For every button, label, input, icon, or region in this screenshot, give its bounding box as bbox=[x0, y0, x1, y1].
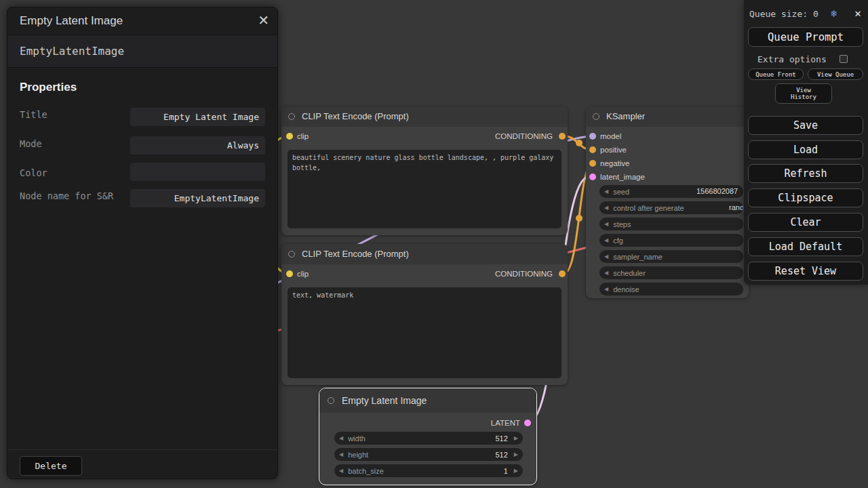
node-type-row: EmptyLatentImage bbox=[7, 35, 277, 68]
save-button[interactable]: Save bbox=[748, 116, 863, 135]
node-clip-text-encode-1[interactable]: CLIP Text Encode (Prompt) clip CONDITION… bbox=[281, 106, 568, 235]
widget-label: height bbox=[348, 451, 495, 459]
widget-label: denoise bbox=[613, 285, 639, 293]
color-field-input[interactable] bbox=[130, 163, 265, 181]
decrement-arrow-icon[interactable]: ◀ bbox=[604, 250, 608, 263]
title-field-input[interactable]: Empty Latent Image bbox=[130, 108, 265, 126]
comfy-menu: Queue size: 0 ❄ ✕ Queue Prompt Extra opt… bbox=[744, 0, 868, 285]
collapse-dot-icon[interactable] bbox=[288, 113, 295, 120]
node-properties-dialog: Empty Latent Image ✕ EmptyLatentImage Pr… bbox=[7, 7, 278, 479]
width-widget[interactable]: ◀ width 512 ▶ bbox=[334, 432, 523, 445]
widget-value: 512 bbox=[495, 434, 507, 443]
increment-arrow-icon[interactable]: ▶ bbox=[514, 448, 518, 461]
clip-input-port[interactable] bbox=[286, 133, 293, 140]
snowflake-icon[interactable]: ❄ bbox=[831, 7, 837, 20]
clip-input-label: clip bbox=[297, 268, 309, 279]
clip-input-port[interactable] bbox=[286, 270, 293, 277]
node-title: KSampler bbox=[606, 106, 645, 127]
load-button[interactable]: Load bbox=[748, 140, 863, 159]
decrement-arrow-icon[interactable]: ◀ bbox=[604, 218, 608, 230]
collapse-dot-icon[interactable] bbox=[328, 397, 334, 404]
widget-value: 512 bbox=[495, 451, 507, 459]
latent-image-input-port[interactable] bbox=[589, 174, 596, 180]
positive-input-label: positive bbox=[600, 144, 627, 155]
view-history-button[interactable]: View History bbox=[775, 83, 832, 104]
steps-widget[interactable]: ◀ steps bbox=[599, 218, 743, 230]
title-field-label: Title bbox=[20, 109, 47, 121]
height-widget[interactable]: ◀ height 512 ▶ bbox=[334, 448, 523, 461]
node-type-label: EmptyLatentImage bbox=[20, 35, 124, 67]
widget-value: 1566802087 bbox=[696, 185, 738, 198]
refresh-button[interactable]: Refresh bbox=[748, 164, 863, 183]
node-title: Empty Latent Image bbox=[342, 388, 427, 413]
decrement-arrow-icon[interactable]: ◀ bbox=[339, 432, 343, 445]
view-queue-button[interactable]: View Queue bbox=[808, 68, 863, 80]
decrement-arrow-icon[interactable]: ◀ bbox=[604, 201, 608, 214]
batch-size-widget[interactable]: ◀ batch_size 1 ▶ bbox=[334, 464, 523, 477]
close-menu-icon[interactable]: ✕ bbox=[854, 7, 861, 20]
decrement-arrow-icon[interactable]: ◀ bbox=[339, 464, 343, 477]
widget-label: sampler_name bbox=[613, 253, 663, 261]
prompt-textarea[interactable]: text, watermark bbox=[288, 287, 561, 378]
model-input-label: model bbox=[600, 131, 621, 142]
node-header[interactable]: CLIP Text Encode (Prompt) bbox=[281, 106, 568, 127]
node-ksampler[interactable]: KSampler model positive negative latent_… bbox=[586, 106, 749, 298]
node-header[interactable]: CLIP Text Encode (Prompt) bbox=[281, 244, 568, 264]
decrement-arrow-icon[interactable]: ◀ bbox=[604, 234, 608, 247]
collapse-dot-icon[interactable] bbox=[593, 113, 599, 120]
extra-options-label: Extra options bbox=[757, 54, 827, 64]
prompt-textarea[interactable]: beautiful scenery nature glass bottle la… bbox=[288, 150, 561, 228]
decrement-arrow-icon[interactable]: ◀ bbox=[604, 283, 608, 296]
control-after-generate-widget[interactable]: ◀ control after generate randomize bbox=[599, 201, 743, 214]
delete-button[interactable]: Delete bbox=[20, 456, 82, 476]
queue-size-label: Queue size: 0 bbox=[749, 9, 818, 19]
link-midpoint-dot bbox=[576, 215, 583, 222]
increment-arrow-icon[interactable]: ▶ bbox=[514, 464, 518, 477]
mode-field-label: Mode bbox=[20, 138, 42, 150]
latent-output-port[interactable] bbox=[524, 420, 531, 426]
color-field-label: Color bbox=[20, 167, 47, 179]
mode-field-input[interactable]: Always bbox=[130, 136, 265, 155]
load-default-button[interactable]: Load Default bbox=[748, 237, 863, 256]
node-title: CLIP Text Encode (Prompt) bbox=[302, 244, 409, 264]
model-input-port[interactable] bbox=[589, 133, 596, 140]
seed-widget[interactable]: ◀ seed 1566802087 bbox=[599, 185, 743, 198]
queue-prompt-button[interactable]: Queue Prompt bbox=[748, 27, 863, 47]
decrement-arrow-icon[interactable]: ◀ bbox=[604, 185, 608, 198]
widget-label: control after generate bbox=[613, 204, 684, 212]
latent-output-label: LATENT bbox=[491, 418, 520, 428]
collapse-dot-icon[interactable] bbox=[288, 251, 295, 258]
positive-input-port[interactable] bbox=[589, 146, 596, 153]
close-dialog-icon[interactable]: ✕ bbox=[258, 12, 269, 28]
sampler-name-widget[interactable]: ◀ sampler_name bbox=[599, 250, 743, 263]
link-midpoint-dot bbox=[576, 140, 583, 146]
clipspace-button[interactable]: Clipspace bbox=[748, 188, 863, 207]
node-clip-text-encode-2[interactable]: CLIP Text Encode (Prompt) clip CONDITION… bbox=[281, 244, 568, 385]
node-header[interactable]: KSampler bbox=[586, 106, 749, 127]
node-name-field-input[interactable]: EmptyLatentImage bbox=[130, 189, 265, 207]
node-name-field-label: Node name for S&R bbox=[20, 190, 121, 202]
conditioning-output-label: CONDITIONING bbox=[495, 268, 553, 279]
decrement-arrow-icon[interactable]: ◀ bbox=[339, 448, 343, 461]
scheduler-widget[interactable]: ◀ scheduler bbox=[599, 266, 743, 279]
increment-arrow-icon[interactable]: ▶ bbox=[514, 432, 518, 445]
conditioning-output-port[interactable] bbox=[559, 270, 566, 277]
decrement-arrow-icon[interactable]: ◀ bbox=[604, 266, 608, 279]
conditioning-output-label: CONDITIONING bbox=[495, 131, 553, 142]
node-empty-latent-image[interactable]: Empty Latent Image LATENT ◀ width 512 ▶ … bbox=[319, 388, 537, 485]
negative-input-port[interactable] bbox=[589, 160, 596, 167]
widget-value: 1 bbox=[504, 467, 508, 475]
clear-button[interactable]: Clear bbox=[748, 213, 863, 232]
node-title: CLIP Text Encode (Prompt) bbox=[302, 106, 409, 127]
cfg-widget[interactable]: ◀ cfg bbox=[599, 234, 743, 247]
latent-image-input-label: latent_image bbox=[600, 171, 645, 182]
extra-options-checkbox[interactable] bbox=[840, 55, 848, 63]
reset-view-button[interactable]: Reset View bbox=[748, 262, 863, 281]
node-header[interactable]: Empty Latent Image bbox=[319, 388, 536, 413]
dialog-footer: Delete bbox=[7, 449, 277, 480]
denoise-widget[interactable]: ◀ denoise bbox=[599, 283, 743, 296]
widget-label: steps bbox=[613, 220, 631, 228]
conditioning-output-port[interactable] bbox=[559, 133, 566, 140]
queue-front-button[interactable]: Queue Front bbox=[748, 68, 804, 80]
widget-value: randomize bbox=[729, 201, 743, 214]
